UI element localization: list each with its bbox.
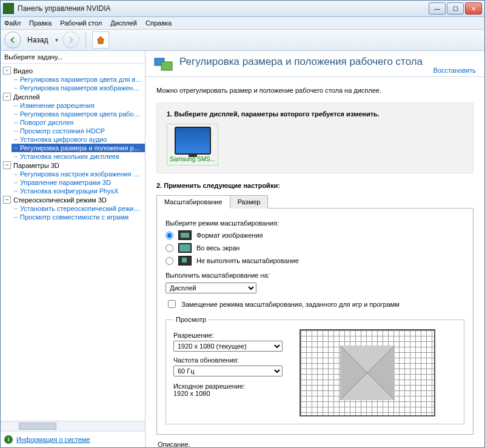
tree-group-label: Параметры 3D xyxy=(13,162,59,169)
sidebar: Выберите задачу... −ВидеоРегулировка пар… xyxy=(1,51,146,447)
content-area: Регулировка размера и положения рабочего… xyxy=(146,51,484,447)
nvidia-control-panel-window: Панель управления NVIDIA — ☐ ✕ Файл Прав… xyxy=(0,0,485,448)
back-label: Назад xyxy=(27,36,48,44)
page-icon xyxy=(154,56,173,73)
tab-scaling[interactable]: Масштабирование xyxy=(156,195,230,209)
forward-button[interactable] xyxy=(62,32,79,48)
page-title: Регулировка размера и положения рабочего… xyxy=(179,56,476,68)
sidebar-h-scrollbar[interactable] xyxy=(1,421,145,431)
tree-item[interactable]: Управление параметрами 3D xyxy=(12,178,145,187)
tree-toggle-icon[interactable]: − xyxy=(3,161,11,169)
radio-no-scaling[interactable]: Не выполнять масштабирование xyxy=(166,256,464,266)
tree-toggle-icon[interactable]: − xyxy=(3,93,11,101)
resolution-label: Разрешение: xyxy=(173,332,289,339)
radio-none-label: Не выполнять масштабирование xyxy=(196,257,299,264)
restore-defaults-link[interactable]: Восстановить xyxy=(433,67,476,74)
aspect-icon xyxy=(178,230,192,240)
toolbar: Назад ▼ xyxy=(1,30,484,51)
nvidia-icon xyxy=(3,3,14,14)
tree-item[interactable]: Регулировка параметров изображения для в… xyxy=(12,84,145,92)
fullscreen-icon xyxy=(178,243,192,253)
menu-desktop[interactable]: Рабочий стол xyxy=(60,19,102,27)
override-label: Замещение режима масштабирования, заданн… xyxy=(181,301,400,308)
monitor-icon xyxy=(175,127,211,155)
window-title: Панель управления NVIDIA xyxy=(18,4,429,13)
sidebar-header: Выберите задачу... xyxy=(1,51,145,64)
perform-on-label: Выполнить масштабирование на: xyxy=(166,272,464,279)
native-res-value: 1920 x 1080 xyxy=(173,390,289,397)
sidebar-footer: i Информация о системе xyxy=(1,431,145,447)
settings-tabs: Масштабирование Размер xyxy=(156,195,473,209)
menu-help[interactable]: Справка xyxy=(146,19,172,27)
tree-group-1[interactable]: −Дисплей xyxy=(1,92,145,101)
tree-item[interactable]: Просмотр состояния HDCP xyxy=(12,127,145,135)
scaling-mode-label: Выберите режим масштабирования: xyxy=(166,219,464,227)
minimize-button[interactable]: — xyxy=(429,2,446,15)
tab-content-scaling: Выберите режим масштабирования: Формат и… xyxy=(156,208,473,435)
refresh-label: Частота обновления: xyxy=(173,356,289,364)
toolbar-divider xyxy=(85,33,86,47)
intro-text: Можно отрегулировать размер и положение … xyxy=(156,87,473,94)
radio-aspect-label: Формат изображения xyxy=(196,232,263,239)
preview-legend: Просмотр xyxy=(173,316,209,323)
home-button[interactable] xyxy=(92,32,109,48)
menu-display[interactable]: Дисплей xyxy=(110,19,137,27)
radio-aspect-input[interactable] xyxy=(166,232,173,239)
radio-full-label: Во весь экран xyxy=(196,244,239,252)
perform-on-select[interactable]: Дисплей xyxy=(166,283,256,293)
tree-item[interactable]: Установить стереоскопический режим 3D xyxy=(12,204,145,213)
preview-image xyxy=(299,329,435,416)
tree-item[interactable]: Регулировка размера и положения рабочего… xyxy=(12,144,145,152)
display-thumbnail[interactable]: Samsung SMS... xyxy=(167,124,218,165)
tree-item[interactable]: Просмотр совместимости с играми xyxy=(12,213,145,221)
description-label: Описание. xyxy=(158,441,472,447)
close-button[interactable]: ✕ xyxy=(465,2,482,15)
native-res-label: Исходное разрешение: xyxy=(173,383,289,390)
tree-group-3[interactable]: −Стереоскопический режим 3D xyxy=(1,195,145,204)
titlebar: Панель управления NVIDIA — ☐ ✕ xyxy=(1,1,484,17)
back-dropdown-icon[interactable]: ▼ xyxy=(54,38,59,43)
radio-none-input[interactable] xyxy=(166,257,173,265)
step1-title: 1. Выберите дисплей, параметры которого … xyxy=(167,110,463,118)
tree-item[interactable]: Изменение разрешения xyxy=(12,101,145,110)
menubar: Файл Правка Рабочий стол Дисплей Справка xyxy=(1,17,484,30)
task-tree: −ВидеоРегулировка параметров цвета для в… xyxy=(1,64,145,421)
tree-item[interactable]: Регулировка параметров цвета для видео xyxy=(12,75,145,84)
menu-file[interactable]: Файл xyxy=(4,19,21,27)
resolution-select[interactable]: 1920 x 1080 (текущее) xyxy=(173,341,283,352)
tab-size[interactable]: Размер xyxy=(230,195,269,209)
tree-item[interactable]: Установка нескольких дисплеев xyxy=(12,152,145,161)
step2-title: 2. Применить следующие настройки: xyxy=(156,182,473,189)
preview-fieldset: Просмотр Разрешение: 1920 x 1080 (текуще… xyxy=(166,316,464,424)
tree-item[interactable]: Поворот дисплея xyxy=(12,118,145,127)
override-checkbox-row[interactable]: Замещение режима масштабирования, заданн… xyxy=(166,298,464,310)
system-info-link[interactable]: Информация о системе xyxy=(16,436,90,443)
tree-toggle-icon[interactable]: − xyxy=(3,67,11,75)
step1-panel: 1. Выберите дисплей, параметры которого … xyxy=(156,102,473,173)
menu-edit[interactable]: Правка xyxy=(29,19,52,27)
tree-group-0[interactable]: −Видео xyxy=(1,66,145,75)
info-icon: i xyxy=(4,435,13,444)
radio-full-input[interactable] xyxy=(166,244,173,252)
tree-item[interactable]: Регулировка настроек изображения с просм… xyxy=(12,170,145,178)
back-button[interactable] xyxy=(4,32,21,48)
refresh-select[interactable]: 60 Гц xyxy=(173,366,283,376)
tree-group-label: Видео xyxy=(13,67,33,75)
tree-item[interactable]: Установка конфигурации PhysX xyxy=(12,187,145,195)
no-scaling-icon xyxy=(178,256,192,266)
tree-group-2[interactable]: −Параметры 3D xyxy=(1,161,145,170)
radio-fullscreen[interactable]: Во весь экран xyxy=(166,243,464,253)
tree-group-label: Стереоскопический режим 3D xyxy=(13,196,107,204)
page-header: Регулировка размера и положения рабочего… xyxy=(146,51,484,77)
svg-rect-1 xyxy=(161,62,172,70)
override-checkbox[interactable] xyxy=(168,300,176,308)
tree-item[interactable]: Установка цифрового аудио xyxy=(12,135,145,144)
tree-item[interactable]: Регулировка параметров цвета рабочего ст… xyxy=(12,110,145,118)
radio-aspect-ratio[interactable]: Формат изображения xyxy=(166,230,464,240)
tree-toggle-icon[interactable]: − xyxy=(3,196,11,204)
maximize-button[interactable]: ☐ xyxy=(447,2,464,15)
tree-group-label: Дисплей xyxy=(13,93,40,101)
